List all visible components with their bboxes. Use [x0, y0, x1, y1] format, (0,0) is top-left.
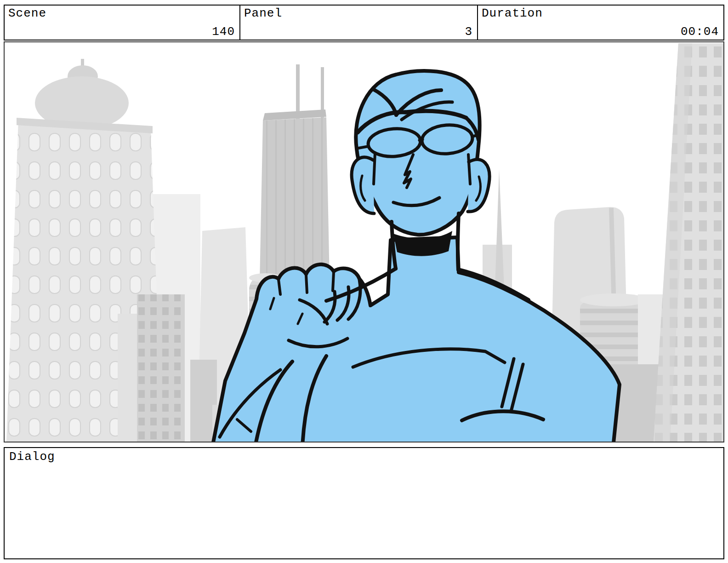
panel-cell: Panel 3	[240, 6, 478, 40]
glasses-bridge	[420, 139, 422, 140]
header-row: Scene 140 Panel 3 Duration 00:04	[4, 5, 724, 40]
storyboard-sketch	[5, 42, 723, 442]
dialog-box: Dialog	[4, 447, 724, 559]
left-ear	[352, 157, 374, 213]
dialog-label: Dialog	[9, 450, 55, 464]
panel-label: Panel	[244, 6, 282, 20]
thin-spire	[495, 169, 505, 300]
knuckle-line	[333, 272, 334, 291]
sideburn-left	[374, 153, 375, 184]
neck-line-right	[458, 213, 459, 270]
duration-label: Duration	[482, 6, 543, 20]
scene-label: Scene	[8, 6, 46, 20]
storyboard-panel	[4, 41, 724, 442]
scene-value: 140	[212, 25, 235, 39]
glasses-left-arm	[358, 146, 369, 148]
panel-value: 3	[465, 25, 472, 39]
duration-cell: Duration 00:04	[478, 6, 723, 40]
cylinder-cap-right	[580, 293, 647, 306]
right-ear	[468, 160, 489, 212]
duration-value: 00:04	[681, 25, 719, 39]
glasses-right-arm	[472, 135, 478, 137]
window-block	[137, 294, 185, 442]
storyboard-sheet: Scene 140 Panel 3 Duration 00:04	[4, 0, 724, 559]
scene-cell: Scene 140	[5, 6, 240, 40]
knuckle-line	[306, 275, 307, 293]
sideburn-right	[468, 155, 470, 184]
knuckle-line	[279, 280, 280, 294]
